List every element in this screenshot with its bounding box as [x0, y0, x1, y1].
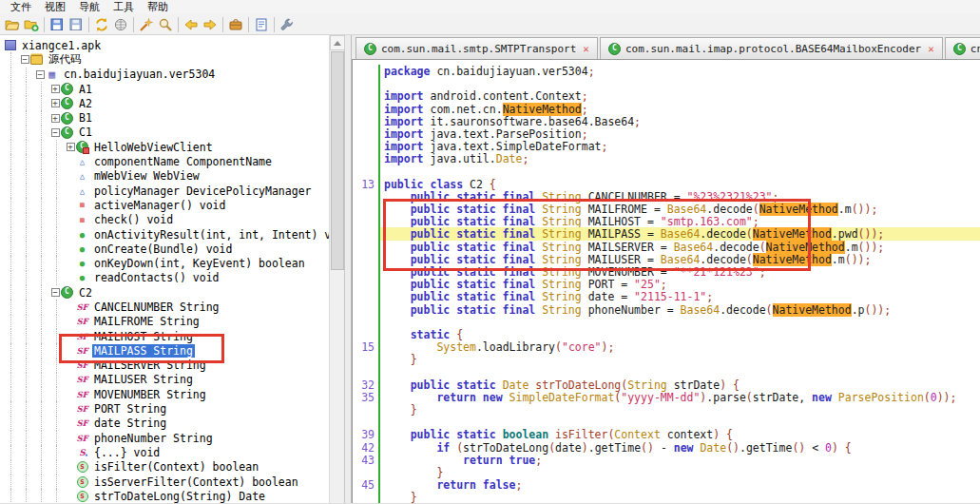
code-line[interactable]	[353, 77, 980, 89]
code-line[interactable]: package cn.baidujiayuan.ver5304;	[353, 65, 980, 77]
tree-item[interactable]: −源代码	[0, 52, 329, 67]
code-line[interactable]: import java.text.SimpleDateFormat;	[353, 140, 980, 152]
tree-item[interactable]: CANCELNUMBER String	[0, 300, 329, 314]
search-icon[interactable]	[156, 15, 175, 34]
code-line[interactable]: public static final String MAILHOST = "s…	[353, 215, 980, 227]
tree-scrollbar[interactable]	[329, 35, 344, 504]
tree-item[interactable]: componentName ComponentName	[0, 154, 329, 168]
back-icon[interactable]	[182, 15, 201, 34]
code-line[interactable]: }	[353, 403, 980, 416]
tree-item[interactable]: −C2	[0, 285, 329, 300]
code-line[interactable]: import java.util.Date;	[353, 152, 980, 165]
code-line[interactable]: public static final String PORT = "25";	[353, 278, 980, 290]
tree-item[interactable]: +A1	[0, 82, 329, 96]
tree-item[interactable]: readContacts() void	[0, 271, 329, 285]
collapse-toggle-icon[interactable]: −	[19, 52, 30, 67]
code-line[interactable]: public static final String MAILUSER = Ba…	[353, 253, 980, 265]
panel-splitter[interactable]	[344, 35, 352, 504]
code-line[interactable]: import com.net.cn.NativeMethod;	[353, 103, 980, 115]
menu-item[interactable]: 视图	[38, 0, 72, 14]
code-line[interactable]: public static final String date = "2115-…	[353, 290, 980, 302]
scrollbar-thumb[interactable]	[331, 51, 344, 270]
tree-item[interactable]: MAILFROME String	[0, 315, 329, 329]
tree-item[interactable]: {...} void	[0, 445, 329, 459]
code-line[interactable]: public static final String phoneNumber =…	[353, 303, 980, 316]
tree-item[interactable]: policyManager DevicePolicyManager	[0, 184, 329, 198]
tree-item[interactable]: −C1	[0, 126, 329, 140]
tree-item[interactable]: MAILHOST String	[0, 329, 329, 343]
tree-item[interactable]: mWebView WebView	[0, 169, 329, 184]
code-line[interactable]: 45 return false;	[353, 478, 980, 491]
close-tab-icon[interactable]: ✕	[926, 43, 934, 55]
code-line[interactable]: }	[353, 353, 980, 365]
expand-toggle-icon[interactable]: +	[49, 110, 61, 125]
code-line[interactable]: import android.content.Context;	[353, 89, 980, 102]
code-line[interactable]: }	[353, 491, 980, 503]
menu-item[interactable]: 工具	[106, 0, 141, 14]
tree-item[interactable]: onCreate(Bundle) void	[0, 242, 329, 256]
reload-icon[interactable]	[92, 15, 111, 34]
add-files-icon[interactable]	[22, 15, 41, 34]
tree-item[interactable]: isFilter(Context) boolean	[0, 460, 329, 475]
code-line[interactable]: 32 public static Date strToDateLong(Stri…	[353, 378, 980, 391]
expand-toggle-icon[interactable]: +	[49, 82, 61, 96]
report-icon[interactable]	[252, 15, 271, 34]
scrollbar-up-icon[interactable]	[330, 35, 345, 50]
tree-item[interactable]: MAILPASS String	[0, 343, 329, 358]
code-line[interactable]	[353, 165, 980, 178]
save-all-icon[interactable]	[48, 15, 67, 34]
code-line[interactable]	[353, 316, 980, 328]
code-line[interactable]: 13public class C2 {	[353, 178, 980, 190]
code-line[interactable]: import it.sauronsoftware.base64.Base64;	[353, 115, 980, 127]
collapse-toggle-icon[interactable]: −	[34, 68, 46, 82]
tree-item[interactable]: strToDateLong(String) Date	[0, 489, 329, 503]
forward-icon[interactable]	[201, 15, 220, 34]
tree-item[interactable]: activeManager() void	[0, 198, 329, 212]
code-line-current[interactable]: public static final String MAILPASS = Ba…	[353, 227, 980, 240]
tree-item[interactable]: +A2	[0, 96, 329, 110]
editor-tab[interactable]: cn.baidujiayuan✕	[945, 37, 980, 59]
collapse-toggle-icon[interactable]: −	[49, 285, 61, 300]
code-line[interactable]: 39 public static boolean isFilter(Contex…	[353, 428, 980, 440]
code-line[interactable]: public static final String MOVENUMBER = …	[353, 265, 980, 278]
menu-item[interactable]: 帮助	[141, 0, 175, 14]
tree-item[interactable]: MOVENUMBER String	[0, 387, 329, 401]
log-viewer-icon[interactable]	[226, 15, 245, 34]
code-editor[interactable]: package cn.baidujiayuan.ver5304;import a…	[352, 60, 980, 504]
code-line[interactable]: 15 System.loadLibrary("core");	[353, 340, 980, 353]
tree-item[interactable]: −cn.baidujiayuan.ver5304	[0, 68, 329, 82]
expand-toggle-icon[interactable]: +	[65, 140, 76, 154]
code-line[interactable]	[353, 416, 980, 428]
export-icon[interactable]	[67, 15, 86, 34]
code-line[interactable]: public static final String MAILFROME = B…	[353, 203, 980, 215]
code-line[interactable]: import java.text.ParsePosition;	[353, 127, 980, 140]
deobfuscation-icon[interactable]	[111, 15, 130, 34]
tree-item[interactable]: check() void	[0, 213, 329, 227]
open-file-icon[interactable]	[3, 15, 22, 34]
tree-item[interactable]: isServerFilter(Context) boolean	[0, 475, 329, 489]
tree-item[interactable]: onActivityResult(int, int, Intent) void	[0, 227, 329, 242]
menu-item[interactable]: 文件	[4, 0, 38, 14]
code-line[interactable]: public static final String MAILSERVER = …	[353, 241, 980, 253]
code-line[interactable]: 43 return true;	[353, 454, 980, 466]
editor-tab[interactable]: com.sun.mail.smtp.SMTPTransport✕	[355, 37, 598, 59]
menu-item[interactable]: 导航	[72, 0, 106, 14]
quick-search-icon[interactable]	[137, 15, 156, 34]
code-line[interactable]	[353, 366, 980, 378]
code-line[interactable]: public static final String CANCELNUMBER …	[353, 190, 980, 203]
preferences-icon[interactable]	[278, 15, 297, 34]
tree-item[interactable]: phoneNumber String	[0, 431, 329, 445]
tree-item[interactable]: xiangce1.apk	[0, 38, 329, 52]
tree-item[interactable]: date String	[0, 417, 329, 431]
close-tab-icon[interactable]: ✕	[581, 43, 589, 55]
code-line[interactable]: 42 if (strToDateLong(date).getTime() - n…	[353, 441, 980, 454]
code-line[interactable]: }	[353, 466, 980, 478]
tree-item[interactable]: +B1	[0, 110, 329, 125]
tree-item[interactable]: MAILSERVER String	[0, 359, 329, 373]
tree-item[interactable]: PORT String	[0, 401, 329, 416]
project-tree-panel[interactable]: xiangce1.apk−源代码−cn.baidujiayuan.ver5304…	[0, 35, 329, 504]
editor-tab[interactable]: com.sun.mail.imap.protocol.BASE64Mailbox…	[600, 37, 943, 59]
code-line[interactable]: static {	[353, 328, 980, 340]
expand-toggle-icon[interactable]: +	[49, 96, 61, 110]
tree-item[interactable]: onKeyDown(int, KeyEvent) boolean	[0, 256, 329, 270]
